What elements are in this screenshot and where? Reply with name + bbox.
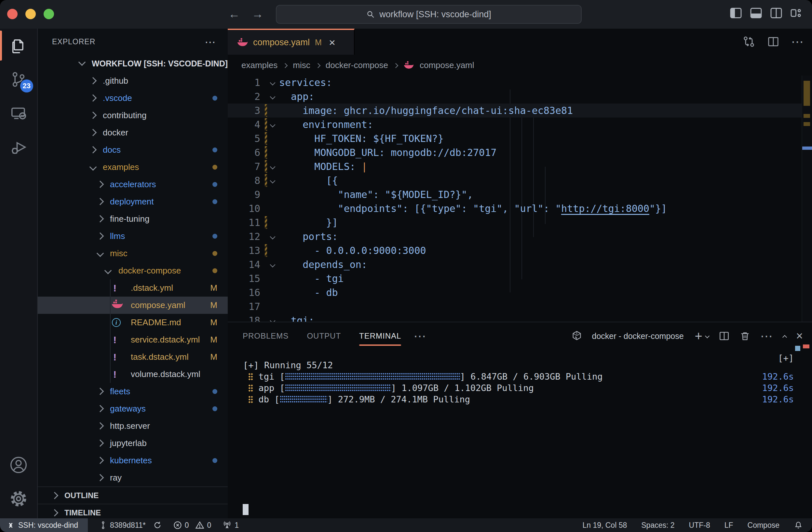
panel-tab-terminal[interactable]: TERMINAL — [359, 322, 401, 350]
code-line-4[interactable]: 4 environment: — [228, 117, 812, 131]
toggle-secondary-sidebar-icon[interactable] — [770, 8, 782, 18]
code-line-2[interactable]: 2 app: — [228, 89, 812, 103]
code-editor[interactable]: 1services:2 app:3 image: ghcr.io/hugging… — [228, 75, 812, 322]
panel-more-tabs-icon[interactable]: ⋯ — [414, 329, 426, 343]
open-changes-icon[interactable] — [742, 35, 755, 48]
toggle-panel-icon[interactable] — [750, 8, 762, 18]
tree-item-misc[interactable]: misc — [38, 245, 228, 262]
code-line-1[interactable]: 1services: — [228, 75, 812, 89]
tree-item-compose-yaml[interactable]: compose.yamlM — [38, 297, 228, 314]
activity-run-debug[interactable] — [0, 130, 37, 164]
tab-close-icon[interactable]: × — [329, 36, 335, 49]
maximize-panel-icon[interactable] — [782, 335, 787, 339]
breadcrumb-item[interactable]: compose.yaml — [420, 60, 474, 70]
sync-icon[interactable] — [153, 521, 162, 530]
tree-item-task-dstack-yml[interactable]: !task.dstack.ymlM — [38, 348, 228, 366]
panel-tab-output[interactable]: OUTPUT — [307, 322, 341, 350]
section-outline[interactable]: OUTLINE — [38, 487, 228, 504]
code-line-8[interactable]: 8 [{ — [228, 173, 812, 187]
code-line-11[interactable]: 11 }] — [228, 215, 812, 229]
editor-more-actions-icon[interactable]: ⋯ — [791, 34, 804, 49]
tree-root-workspace[interactable]: WORKFLOW [SSH: VSCODE-DIND] — [38, 55, 228, 72]
breadcrumb-item[interactable]: docker-compose — [325, 60, 388, 70]
navigate-forward-icon[interactable]: → — [251, 7, 264, 21]
terminal-dropdown-icon[interactable] — [705, 334, 710, 338]
terminal-instance-label[interactable]: docker - docker-compose — [592, 332, 684, 341]
navigate-back-icon[interactable]: ← — [228, 7, 241, 21]
code-line-7[interactable]: 7 MODELS: | — [228, 159, 812, 173]
activity-explorer[interactable] — [0, 29, 37, 62]
tree-item-docs[interactable]: docs — [38, 141, 228, 158]
tree-item-ray[interactable]: ray — [38, 469, 228, 487]
close-panel-icon[interactable]: × — [796, 329, 803, 343]
indentation-status[interactable]: Spaces: 2 — [641, 521, 675, 530]
cursor-position-status[interactable]: Ln 19, Col 58 — [582, 521, 627, 530]
fold-chevron-icon[interactable] — [270, 178, 276, 184]
tree-item-fleets[interactable]: fleets — [38, 383, 228, 400]
code-line-12[interactable]: 12 ports: — [228, 229, 812, 243]
tab-compose-yaml[interactable]: compose.yaml M × — [228, 29, 354, 55]
fold-chevron-icon[interactable] — [270, 80, 276, 86]
encoding-status[interactable]: UTF-8 — [689, 521, 710, 530]
tree-item-volume-dstack-yml[interactable]: !volume.dstack.yml — [38, 366, 228, 383]
command-center-search[interactable]: workflow [SSH: vscode-dind] — [276, 5, 582, 24]
code-line-14[interactable]: 14 depends_on: — [228, 257, 812, 271]
forwarded-ports-status[interactable]: 1 — [222, 521, 239, 530]
activity-source-control[interactable]: 23 — [0, 62, 37, 96]
code-line-9[interactable]: 9 "name": "${MODEL_ID?}", — [228, 187, 812, 201]
explorer-more-actions-icon[interactable]: ⋯ — [205, 36, 217, 48]
breadcrumb-item[interactable]: examples — [242, 60, 277, 70]
code-line-13[interactable]: 13 - 0.0.0.0:9000:3000 — [228, 243, 812, 257]
new-terminal-icon[interactable]: + — [695, 329, 702, 344]
fold-chevron-icon[interactable] — [270, 234, 276, 240]
activity-settings[interactable] — [0, 482, 37, 516]
problems-status[interactable]: 0 0 — [173, 521, 212, 530]
tree-item--dstack-yml[interactable]: !.dstack.ymlM — [38, 279, 228, 297]
split-editor-icon[interactable] — [767, 36, 780, 48]
activity-account[interactable] — [0, 448, 37, 482]
kill-terminal-trash-icon[interactable] — [739, 330, 751, 342]
tree-item-docker[interactable]: docker — [38, 124, 228, 141]
breadcrumb-item[interactable]: misc — [293, 60, 310, 70]
remote-indicator[interactable]: SSH: vscode-dind — [0, 518, 88, 532]
tree-item--github[interactable]: .github — [38, 72, 228, 89]
toggle-sidebar-icon[interactable] — [730, 8, 742, 18]
tree-item-accelerators[interactable]: accelerators — [38, 176, 228, 193]
fold-chevron-icon[interactable] — [270, 164, 276, 170]
split-terminal-icon[interactable] — [719, 331, 730, 341]
eol-status[interactable]: LF — [725, 521, 733, 530]
tree-item-llms[interactable]: llms — [38, 227, 228, 245]
tree-item-examples[interactable]: examples — [38, 158, 228, 176]
tree-item-http-server[interactable]: http.server — [38, 417, 228, 435]
minimize-window-button[interactable] — [25, 9, 36, 19]
fold-chevron-icon[interactable] — [270, 318, 276, 322]
code-line-5[interactable]: 5 HF_TOKEN: ${HF_TOKEN?} — [228, 131, 812, 145]
tree-item--vscode[interactable]: .vscode — [38, 89, 228, 107]
tree-item-gateways[interactable]: gateways — [38, 400, 228, 417]
notifications-bell-icon[interactable] — [794, 520, 803, 530]
fold-chevron-icon[interactable] — [270, 122, 276, 128]
git-branch-status[interactable]: 8389d811* — [99, 521, 162, 530]
fold-chevron-icon[interactable] — [270, 262, 276, 268]
tree-item-deployment[interactable]: deployment — [38, 193, 228, 210]
language-mode-status[interactable]: Compose — [748, 521, 780, 530]
code-line-15[interactable]: 15 - tgi — [228, 271, 812, 285]
fold-chevron-icon[interactable] — [270, 94, 276, 100]
code-line-6[interactable]: 6 MONGODB_URL: mongodb://db:27017 — [228, 145, 812, 159]
customize-layout-icon[interactable] — [791, 8, 802, 18]
zoom-window-button[interactable] — [44, 9, 54, 19]
panel-tab-problems[interactable]: PROBLEMS — [243, 322, 289, 350]
tree-item-jupyterlab[interactable]: jupyterlab — [38, 435, 228, 452]
panel-more-actions-icon[interactable]: ⋯ — [760, 329, 773, 343]
tree-item-contributing[interactable]: contributing — [38, 107, 228, 124]
code-line-16[interactable]: 16 - db — [228, 285, 812, 299]
close-window-button[interactable] — [7, 9, 17, 19]
tree-item-docker-compose[interactable]: docker-compose — [38, 262, 228, 279]
code-link[interactable]: http://tgi:8000 — [561, 203, 649, 214]
code-line-18[interactable]: 18 tgi: — [228, 313, 812, 322]
tree-item-fine-tuning[interactable]: fine-tuning — [38, 210, 228, 227]
activity-remote-explorer[interactable] — [0, 96, 37, 130]
tree-item-service-dstack-yml[interactable]: !service.dstack.ymlM — [38, 331, 228, 348]
code-line-10[interactable]: 10 "endpoints": [{"type": "tgi", "url": … — [228, 201, 812, 215]
tree-item-readme-md[interactable]: iREADME.mdM — [38, 314, 228, 331]
